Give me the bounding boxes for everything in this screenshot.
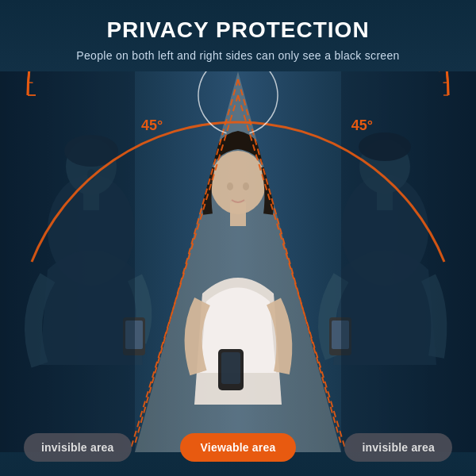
- invisible-area-left: invisible area: [24, 433, 132, 462]
- svg-line-80: [238, 95, 345, 448]
- diagram-area: 45° 45°: [0, 71, 476, 452]
- page-title: PRIVACY PROTECTION: [76, 17, 399, 43]
- main-container: PRIVACY PROTECTION People on both left a…: [0, 0, 476, 476]
- labels-row: invisible area Viewable area invisible a…: [0, 433, 476, 462]
- viewable-area-label: Viewable area: [180, 433, 297, 462]
- page-subtitle: People on both left and right sides can …: [76, 49, 399, 62]
- svg-line-79: [131, 95, 238, 448]
- header: PRIVACY PROTECTION People on both left a…: [76, 0, 399, 62]
- left-angle-label: 45°: [141, 117, 163, 134]
- invisible-area-right: invisible area: [344, 433, 452, 462]
- ticked-arc: [0, 71, 476, 452]
- right-angle-label: 45°: [351, 117, 373, 134]
